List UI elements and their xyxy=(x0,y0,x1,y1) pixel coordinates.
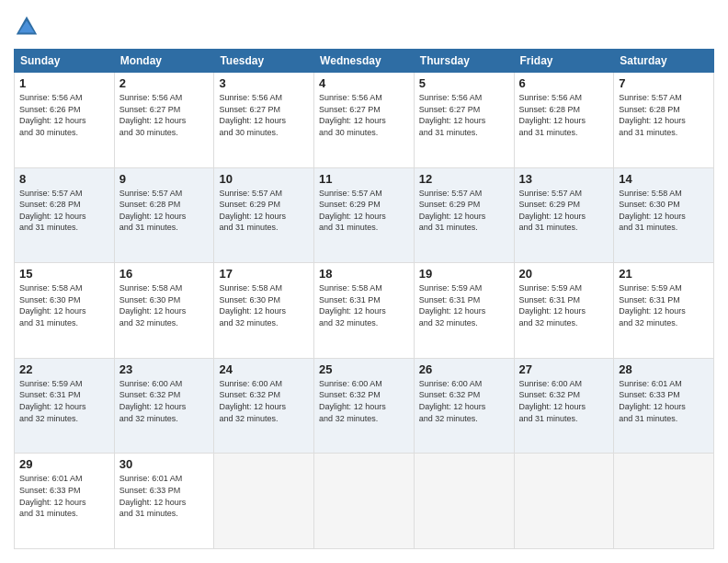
calendar-week-row: 8Sunrise: 5:57 AM Sunset: 6:28 PM Daylig… xyxy=(15,167,714,263)
calendar-cell: 8Sunrise: 5:57 AM Sunset: 6:28 PM Daylig… xyxy=(15,167,115,263)
day-number: 16 xyxy=(119,267,210,281)
calendar-cell xyxy=(414,454,514,549)
day-number: 25 xyxy=(319,362,409,376)
weekday-header-saturday: Saturday xyxy=(614,50,714,73)
weekday-header-friday: Friday xyxy=(514,50,614,73)
day-info: Sunrise: 5:58 AM Sunset: 6:30 PM Dayligh… xyxy=(19,282,109,328)
day-info: Sunrise: 5:57 AM Sunset: 6:29 PM Dayligh… xyxy=(419,188,509,234)
weekday-header-thursday: Thursday xyxy=(414,50,514,73)
calendar-cell: 17Sunrise: 5:58 AM Sunset: 6:30 PM Dayli… xyxy=(214,263,314,359)
day-info: Sunrise: 5:59 AM Sunset: 6:31 PM Dayligh… xyxy=(419,282,509,328)
day-info: Sunrise: 5:58 AM Sunset: 6:30 PM Dayligh… xyxy=(219,282,309,328)
calendar-cell: 7Sunrise: 5:57 AM Sunset: 6:28 PM Daylig… xyxy=(614,73,714,168)
day-number: 6 xyxy=(519,76,609,90)
day-info: Sunrise: 5:56 AM Sunset: 6:27 PM Dayligh… xyxy=(119,92,210,138)
day-number: 3 xyxy=(219,76,309,90)
calendar-cell: 6Sunrise: 5:56 AM Sunset: 6:28 PM Daylig… xyxy=(514,73,614,168)
day-info: Sunrise: 6:01 AM Sunset: 6:33 PM Dayligh… xyxy=(19,473,109,519)
day-info: Sunrise: 5:56 AM Sunset: 6:28 PM Dayligh… xyxy=(519,92,609,138)
day-info: Sunrise: 5:59 AM Sunset: 6:31 PM Dayligh… xyxy=(619,282,709,328)
calendar-cell: 28Sunrise: 6:01 AM Sunset: 6:33 PM Dayli… xyxy=(614,358,714,454)
calendar-cell: 20Sunrise: 5:59 AM Sunset: 6:31 PM Dayli… xyxy=(514,263,614,359)
day-number: 12 xyxy=(419,172,509,186)
calendar-cell xyxy=(614,454,714,549)
day-info: Sunrise: 5:56 AM Sunset: 6:27 PM Dayligh… xyxy=(319,92,409,138)
calendar-cell: 29Sunrise: 6:01 AM Sunset: 6:33 PM Dayli… xyxy=(15,454,115,549)
day-number: 23 xyxy=(119,362,210,376)
weekday-header-row: SundayMondayTuesdayWednesdayThursdayFrid… xyxy=(15,50,714,73)
calendar-cell: 2Sunrise: 5:56 AM Sunset: 6:27 PM Daylig… xyxy=(114,73,214,168)
calendar-cell: 11Sunrise: 5:57 AM Sunset: 6:29 PM Dayli… xyxy=(314,167,415,263)
calendar-week-row: 15Sunrise: 5:58 AM Sunset: 6:30 PM Dayli… xyxy=(15,263,714,359)
day-info: Sunrise: 5:57 AM Sunset: 6:29 PM Dayligh… xyxy=(319,188,409,234)
calendar-cell: 22Sunrise: 5:59 AM Sunset: 6:31 PM Dayli… xyxy=(15,358,115,454)
calendar-cell xyxy=(514,454,614,549)
calendar-cell: 4Sunrise: 5:56 AM Sunset: 6:27 PM Daylig… xyxy=(314,73,415,168)
day-number: 20 xyxy=(519,267,609,281)
day-number: 11 xyxy=(319,172,409,186)
calendar-cell: 16Sunrise: 5:58 AM Sunset: 6:30 PM Dayli… xyxy=(114,263,214,359)
day-info: Sunrise: 5:57 AM Sunset: 6:28 PM Dayligh… xyxy=(19,188,109,234)
calendar-cell: 25Sunrise: 6:00 AM Sunset: 6:32 PM Dayli… xyxy=(314,358,415,454)
header xyxy=(14,14,714,40)
calendar-cell: 24Sunrise: 6:00 AM Sunset: 6:32 PM Dayli… xyxy=(214,358,314,454)
calendar-cell: 27Sunrise: 6:00 AM Sunset: 6:32 PM Dayli… xyxy=(514,358,614,454)
day-info: Sunrise: 6:00 AM Sunset: 6:32 PM Dayligh… xyxy=(519,378,609,424)
day-info: Sunrise: 6:00 AM Sunset: 6:32 PM Dayligh… xyxy=(319,378,409,424)
day-info: Sunrise: 6:00 AM Sunset: 6:32 PM Dayligh… xyxy=(219,378,309,424)
day-number: 22 xyxy=(19,362,109,376)
calendar-cell: 14Sunrise: 5:58 AM Sunset: 6:30 PM Dayli… xyxy=(614,167,714,263)
day-number: 2 xyxy=(119,76,210,90)
page: SundayMondayTuesdayWednesdayThursdayFrid… xyxy=(0,0,728,563)
calendar-week-row: 29Sunrise: 6:01 AM Sunset: 6:33 PM Dayli… xyxy=(15,454,714,549)
calendar-cell: 5Sunrise: 5:56 AM Sunset: 6:27 PM Daylig… xyxy=(414,73,514,168)
day-number: 1 xyxy=(19,76,109,90)
day-number: 27 xyxy=(519,362,609,376)
day-info: Sunrise: 5:59 AM Sunset: 6:31 PM Dayligh… xyxy=(519,282,609,328)
day-number: 14 xyxy=(619,172,709,186)
day-info: Sunrise: 5:56 AM Sunset: 6:27 PM Dayligh… xyxy=(219,92,309,138)
calendar-cell: 23Sunrise: 6:00 AM Sunset: 6:32 PM Dayli… xyxy=(114,358,214,454)
day-info: Sunrise: 5:56 AM Sunset: 6:27 PM Dayligh… xyxy=(419,92,509,138)
calendar-cell: 13Sunrise: 5:57 AM Sunset: 6:29 PM Dayli… xyxy=(514,167,614,263)
calendar-cell: 1Sunrise: 5:56 AM Sunset: 6:26 PM Daylig… xyxy=(15,73,115,168)
day-number: 10 xyxy=(219,172,309,186)
day-number: 26 xyxy=(419,362,509,376)
calendar-cell: 18Sunrise: 5:58 AM Sunset: 6:31 PM Dayli… xyxy=(314,263,415,359)
day-number: 9 xyxy=(119,172,210,186)
calendar-cell: 26Sunrise: 6:00 AM Sunset: 6:32 PM Dayli… xyxy=(414,358,514,454)
day-number: 5 xyxy=(419,76,509,90)
day-number: 4 xyxy=(319,76,409,90)
calendar-cell xyxy=(214,454,314,549)
day-info: Sunrise: 6:00 AM Sunset: 6:32 PM Dayligh… xyxy=(419,378,509,424)
day-info: Sunrise: 6:01 AM Sunset: 6:33 PM Dayligh… xyxy=(119,473,210,519)
day-number: 19 xyxy=(419,267,509,281)
day-info: Sunrise: 6:00 AM Sunset: 6:32 PM Dayligh… xyxy=(119,378,210,424)
calendar-week-row: 1Sunrise: 5:56 AM Sunset: 6:26 PM Daylig… xyxy=(15,73,714,168)
day-info: Sunrise: 5:59 AM Sunset: 6:31 PM Dayligh… xyxy=(19,378,109,424)
day-number: 8 xyxy=(19,172,109,186)
weekday-header-tuesday: Tuesday xyxy=(214,50,314,73)
weekday-header-wednesday: Wednesday xyxy=(314,50,415,73)
calendar-cell: 15Sunrise: 5:58 AM Sunset: 6:30 PM Dayli… xyxy=(15,263,115,359)
calendar-cell: 12Sunrise: 5:57 AM Sunset: 6:29 PM Dayli… xyxy=(414,167,514,263)
calendar-cell xyxy=(314,454,415,549)
calendar-cell: 30Sunrise: 6:01 AM Sunset: 6:33 PM Dayli… xyxy=(114,454,214,549)
day-info: Sunrise: 5:57 AM Sunset: 6:29 PM Dayligh… xyxy=(519,188,609,234)
day-number: 18 xyxy=(319,267,409,281)
day-number: 17 xyxy=(219,267,309,281)
weekday-header-monday: Monday xyxy=(114,50,214,73)
day-number: 13 xyxy=(519,172,609,186)
calendar-cell: 9Sunrise: 5:57 AM Sunset: 6:28 PM Daylig… xyxy=(114,167,214,263)
day-number: 21 xyxy=(619,267,709,281)
calendar-cell: 21Sunrise: 5:59 AM Sunset: 6:31 PM Dayli… xyxy=(614,263,714,359)
calendar-cell: 3Sunrise: 5:56 AM Sunset: 6:27 PM Daylig… xyxy=(214,73,314,168)
weekday-header-sunday: Sunday xyxy=(15,50,115,73)
calendar-cell: 10Sunrise: 5:57 AM Sunset: 6:29 PM Dayli… xyxy=(214,167,314,263)
day-info: Sunrise: 5:57 AM Sunset: 6:29 PM Dayligh… xyxy=(219,188,309,234)
day-number: 28 xyxy=(619,362,709,376)
logo-icon xyxy=(14,14,40,40)
day-number: 30 xyxy=(119,457,210,471)
calendar-table: SundayMondayTuesdayWednesdayThursdayFrid… xyxy=(14,49,714,549)
logo xyxy=(14,14,43,40)
